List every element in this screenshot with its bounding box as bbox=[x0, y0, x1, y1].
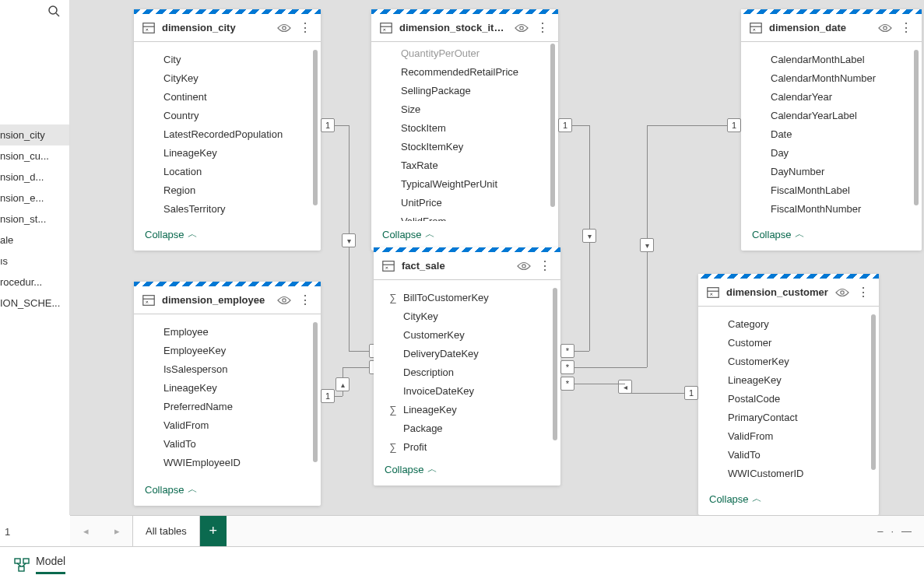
field[interactable]: RecommendedRetailPrice bbox=[371, 62, 558, 81]
add-tab-button[interactable]: + bbox=[200, 516, 227, 547]
field[interactable]: ∑BillToCustomerKey bbox=[374, 288, 560, 307]
scrollbar[interactable] bbox=[553, 288, 557, 440]
sidebar-item[interactable]: rocedur... bbox=[0, 272, 69, 293]
more-icon[interactable]: ⋮ bbox=[898, 20, 914, 35]
field[interactable]: CalendarMonthLabel bbox=[741, 50, 922, 68]
visibility-icon[interactable] bbox=[515, 23, 529, 33]
more-icon[interactable]: ⋮ bbox=[297, 20, 313, 35]
collapse-button[interactable]: Collapse︿ bbox=[145, 482, 198, 496]
more-icon[interactable]: ⋮ bbox=[537, 258, 553, 273]
field[interactable]: WWICustomerID bbox=[698, 464, 879, 482]
field[interactable]: ValidFrom bbox=[698, 426, 879, 445]
field[interactable]: EmployeeKey bbox=[134, 341, 321, 359]
field[interactable]: ∑LineageKey bbox=[374, 400, 560, 419]
field[interactable]: Customer bbox=[698, 333, 879, 352]
field[interactable]: Description bbox=[374, 363, 560, 381]
field[interactable]: LatestRecordedPopulation bbox=[134, 124, 321, 143]
field[interactable]: CalendarYear bbox=[741, 87, 922, 106]
field[interactable]: UnitPrice bbox=[371, 193, 558, 212]
field[interactable]: FiscalMonthNumber bbox=[741, 199, 922, 218]
model-tab[interactable]: Model bbox=[36, 555, 65, 574]
more-icon[interactable]: ⋮ bbox=[855, 285, 871, 300]
field[interactable]: City bbox=[134, 50, 321, 68]
collapse-button[interactable]: Collapse︿ bbox=[752, 227, 805, 241]
visibility-icon[interactable] bbox=[878, 23, 892, 33]
field[interactable]: QuantityPerOuter bbox=[371, 44, 558, 62]
table-dimension-date[interactable]: dimension_date ⋮ CalendarMonthLabel Cale… bbox=[741, 9, 922, 251]
field[interactable]: ValidTo bbox=[134, 434, 321, 453]
field[interactable]: TypicalWeightPerUnit bbox=[371, 174, 558, 193]
field[interactable]: CalendarMonthNumber bbox=[741, 68, 922, 87]
field[interactable]: TaxRate bbox=[371, 156, 558, 174]
field[interactable]: Continent bbox=[134, 87, 321, 106]
field[interactable]: CalendarYearLabel bbox=[741, 106, 922, 124]
field[interactable]: LineageKey bbox=[698, 370, 879, 389]
tool-icon[interactable]: – bbox=[877, 525, 883, 537]
table-dimension-stock-item[interactable]: dimension_stock_item ⋮ QuantityPerOuter … bbox=[371, 9, 558, 251]
sidebar-item[interactable]: ale bbox=[0, 230, 69, 251]
table-dimension-employee[interactable]: dimension_employee ⋮ Employee EmployeeKe… bbox=[134, 282, 321, 506]
search-icon[interactable] bbox=[47, 5, 60, 17]
field[interactable]: StockItem bbox=[371, 118, 558, 137]
tool-icon[interactable]: — bbox=[901, 525, 912, 537]
field[interactable]: DayNumber bbox=[741, 162, 922, 181]
tab-next-icon[interactable]: ▸ bbox=[101, 525, 132, 537]
field[interactable]: Date bbox=[741, 124, 922, 143]
field[interactable]: PrimaryContact bbox=[698, 408, 879, 426]
scrollbar[interactable] bbox=[871, 314, 876, 470]
field[interactable]: Location bbox=[134, 162, 321, 181]
more-icon[interactable]: ⋮ bbox=[297, 293, 313, 307]
field[interactable]: SellingPackage bbox=[371, 81, 558, 100]
sidebar-item[interactable]: nsion_e... bbox=[0, 188, 69, 209]
sidebar-item[interactable]: nsion_city bbox=[0, 124, 69, 146]
tool-icon[interactable]: · bbox=[891, 525, 894, 537]
visibility-icon[interactable] bbox=[277, 295, 291, 306]
field[interactable]: Region bbox=[134, 181, 321, 199]
scrollbar[interactable] bbox=[313, 50, 318, 205]
field[interactable]: SalesTerritory bbox=[134, 199, 321, 218]
field[interactable]: Package bbox=[374, 419, 560, 437]
visibility-icon[interactable] bbox=[835, 287, 849, 298]
model-canvas[interactable]: 1 ▾ * 1 ▴ * 1 ▾ * 1 ▾ * 1 ◂ * dimension_… bbox=[70, 0, 924, 515]
field[interactable]: LineageKey bbox=[134, 378, 321, 397]
table-dimension-customer[interactable]: dimension_customer ⋮ Category Customer C… bbox=[698, 274, 879, 515]
field[interactable]: ValidFrom bbox=[134, 415, 321, 434]
sidebar-item[interactable]: nsion_st... bbox=[0, 209, 69, 230]
more-icon[interactable]: ⋮ bbox=[535, 20, 550, 35]
field[interactable]: IsSalesperson bbox=[134, 359, 321, 378]
collapse-button[interactable]: Collapse︿ bbox=[145, 227, 198, 241]
field[interactable]: InvoiceDateKey bbox=[374, 381, 560, 400]
scrollbar[interactable] bbox=[914, 50, 919, 205]
field[interactable]: Category bbox=[698, 314, 879, 333]
field[interactable]: ∑Profit bbox=[374, 437, 560, 456]
tab-all-tables[interactable]: All tables bbox=[132, 515, 200, 546]
field[interactable]: StockItemKey bbox=[371, 137, 558, 156]
collapse-button[interactable]: Collapse︿ bbox=[382, 227, 435, 241]
field[interactable]: CityKey bbox=[134, 68, 321, 87]
field[interactable]: Size bbox=[371, 100, 558, 118]
sidebar-item[interactable]: ION_SCHE... bbox=[0, 293, 69, 314]
visibility-icon[interactable] bbox=[517, 261, 531, 272]
field[interactable]: ValidTo bbox=[698, 445, 879, 464]
sidebar-item[interactable]: nsion_cu... bbox=[0, 146, 69, 167]
tab-prev-icon[interactable]: ◂ bbox=[70, 525, 101, 537]
field[interactable]: DeliveryDateKey bbox=[374, 344, 560, 363]
field[interactable]: ValidFrom bbox=[371, 212, 558, 221]
scrollbar[interactable] bbox=[313, 322, 318, 462]
field[interactable]: WWIEmployeeID bbox=[134, 453, 321, 472]
collapse-button[interactable]: Collapse︿ bbox=[385, 462, 437, 476]
table-dimension-city[interactable]: dimension_city ⋮ City CityKey Continent … bbox=[134, 9, 321, 251]
field[interactable]: Country bbox=[134, 106, 321, 124]
field[interactable]: Employee bbox=[134, 322, 321, 341]
field[interactable]: CityKey bbox=[374, 307, 560, 325]
table-fact-sale[interactable]: fact_sale ⋮ ∑BillToCustomerKey CityKey C… bbox=[374, 247, 560, 486]
field[interactable]: LineageKey bbox=[134, 143, 321, 162]
visibility-icon[interactable] bbox=[277, 23, 291, 33]
sidebar-item[interactable]: ıs bbox=[0, 251, 69, 272]
field[interactable]: FiscalMonthLabel bbox=[741, 181, 922, 199]
collapse-button[interactable]: Collapse︿ bbox=[709, 492, 762, 506]
field[interactable]: Day bbox=[741, 143, 922, 162]
field[interactable]: PreferredName bbox=[134, 397, 321, 415]
field[interactable]: CustomerKey bbox=[374, 325, 560, 344]
sidebar-item[interactable]: nsion_d... bbox=[0, 167, 69, 188]
